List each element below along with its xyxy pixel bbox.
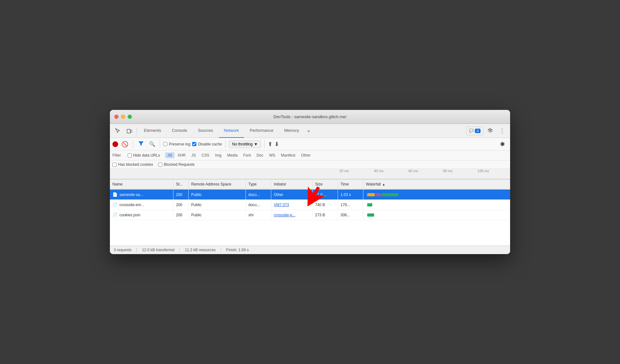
document-icon: 📄 bbox=[112, 212, 118, 217]
filter-label: Filter bbox=[112, 153, 125, 158]
record-button[interactable] bbox=[112, 141, 118, 147]
resources-size: 11.2 kB resources bbox=[185, 248, 216, 252]
tab-elements[interactable]: Elements bbox=[139, 124, 166, 138]
td-type-3: xhr bbox=[246, 210, 271, 220]
has-blocked-cookies-label[interactable]: Has blocked cookies bbox=[112, 162, 153, 167]
filter-type-media[interactable]: Media bbox=[225, 152, 240, 158]
waterfall-bar-green-3 bbox=[367, 213, 374, 217]
throttling-dropdown[interactable]: No throttling ▼ bbox=[229, 140, 261, 148]
th-waterfall[interactable]: Waterfall ▲ bbox=[363, 179, 510, 189]
main-toolbar: Elements Console Sources Network Perform… bbox=[110, 124, 510, 138]
upload-icon[interactable]: ⬆ bbox=[268, 141, 273, 148]
preserve-log-checkbox[interactable] bbox=[163, 142, 167, 146]
th-remote[interactable]: Remote Address Space bbox=[189, 179, 246, 189]
filter-button[interactable] bbox=[136, 140, 146, 148]
disable-cache-checkbox[interactable] bbox=[192, 142, 196, 146]
toolbar-divider-3 bbox=[160, 140, 160, 148]
td-name-3: 📄 cookies.json bbox=[110, 210, 173, 220]
timeline-graph-area bbox=[110, 179, 510, 179]
minimize-button[interactable] bbox=[121, 115, 125, 119]
td-name-2: 📄 crosssite-em... bbox=[110, 200, 173, 210]
tab-memory[interactable]: Memory bbox=[279, 124, 304, 138]
filter-type-js[interactable]: JS bbox=[189, 152, 198, 158]
filter-type-xhr[interactable]: XHR bbox=[175, 152, 188, 158]
more-options-button[interactable]: ⋮ bbox=[497, 125, 508, 136]
timeline-marker-60ms: 60 ms bbox=[408, 169, 418, 173]
td-waterfall-1 bbox=[363, 190, 510, 199]
blocked-requests-checkbox[interactable] bbox=[158, 163, 162, 167]
th-name[interactable]: Name bbox=[110, 179, 173, 189]
svg-marker-2 bbox=[299, 184, 327, 211]
td-time-3: 306... bbox=[338, 210, 363, 220]
timeline-marker-40ms: 40 ms bbox=[374, 169, 383, 173]
td-waterfall-3 bbox=[363, 210, 510, 220]
document-icon: 📄 bbox=[112, 202, 118, 207]
clear-button[interactable]: 🚫 bbox=[120, 139, 130, 149]
waterfall-bar-orange bbox=[367, 193, 375, 196]
toolbar-divider-5 bbox=[264, 140, 265, 148]
tab-network[interactable]: Network bbox=[219, 124, 244, 138]
preserve-log-label[interactable]: Preserve log bbox=[163, 142, 190, 146]
blocked-filters-bar: Has blocked cookies Blocked Requests bbox=[110, 160, 510, 169]
hide-data-urls-checkbox[interactable] bbox=[128, 153, 132, 158]
blocked-requests-label[interactable]: Blocked Requests bbox=[158, 162, 195, 167]
disable-cache-label[interactable]: Disable cache bbox=[192, 142, 222, 146]
th-time[interactable]: Time bbox=[338, 179, 363, 189]
tab-performance[interactable]: Performance bbox=[245, 124, 278, 138]
status-divider-3 bbox=[221, 248, 221, 252]
finish-time: Finish: 1.69 s bbox=[226, 248, 249, 252]
timeline-marker-100ms: 100 ms bbox=[478, 169, 489, 173]
td-status-1: 200 bbox=[173, 190, 189, 199]
inspect-element-button[interactable] bbox=[112, 126, 123, 136]
status-bar: 3 requests 12.0 kB transferred 11.2 kB r… bbox=[110, 246, 510, 254]
toolbar-divider-2 bbox=[133, 140, 133, 148]
initiator-link-3[interactable]: crosssite-e... bbox=[274, 213, 295, 217]
filter-type-bar: Filter Hide data URLs All XHR JS CSS Img… bbox=[110, 151, 510, 160]
filter-type-all[interactable]: All bbox=[165, 152, 174, 158]
status-divider-1 bbox=[137, 248, 137, 252]
tab-sources[interactable]: Sources bbox=[193, 124, 218, 138]
has-blocked-cookies-checkbox[interactable] bbox=[112, 163, 117, 167]
filter-type-font[interactable]: Font bbox=[241, 152, 253, 158]
th-type[interactable]: Type bbox=[246, 179, 271, 189]
initiator-link-2[interactable]: VM7:373 bbox=[274, 203, 289, 207]
tab-console[interactable]: Console bbox=[167, 124, 192, 138]
filter-type-css[interactable]: CSS bbox=[199, 152, 212, 158]
filter-type-ws[interactable]: WS bbox=[266, 152, 278, 158]
window-title: DevTools - samesite-sandbox.glitch.me/ bbox=[273, 114, 347, 119]
td-name-1: 📄 samesite-sa... bbox=[110, 190, 173, 199]
close-button[interactable] bbox=[114, 115, 118, 119]
timeline-marker-20ms: 20 ms bbox=[339, 169, 349, 173]
filter-type-manifest[interactable]: Manifest bbox=[279, 152, 298, 158]
timeline-marker-80ms: 80 ms bbox=[443, 169, 453, 173]
toolbar-divider-4 bbox=[225, 140, 226, 148]
waterfall-bars-2 bbox=[366, 203, 375, 207]
waterfall-bars-1 bbox=[366, 192, 400, 197]
device-toolbar-button[interactable] bbox=[124, 126, 135, 136]
timeline-header: 20 ms 40 ms 60 ms 80 ms 100 ms bbox=[110, 169, 510, 179]
download-icon[interactable]: ⬇ bbox=[274, 141, 279, 148]
transferred-size: 12.0 kB transferred bbox=[142, 248, 174, 252]
td-waterfall-2 bbox=[363, 200, 510, 210]
more-tabs-button[interactable]: » bbox=[305, 126, 313, 135]
search-button[interactable]: 🔍 bbox=[148, 140, 157, 148]
filter-type-img[interactable]: Img bbox=[212, 152, 224, 158]
filter-type-doc[interactable]: Doc bbox=[254, 152, 266, 158]
hide-data-urls-label[interactable]: Hide data URLs bbox=[128, 153, 160, 158]
network-settings-button[interactable] bbox=[497, 140, 508, 149]
sort-ascending-icon: ▲ bbox=[382, 183, 385, 186]
titlebar: DevTools - samesite-sandbox.glitch.me/ bbox=[110, 110, 510, 124]
waterfall-bars-3 bbox=[366, 213, 374, 217]
waterfall-bar-purple bbox=[375, 193, 381, 196]
th-status[interactable]: St... bbox=[173, 179, 189, 189]
svg-rect-0 bbox=[127, 129, 130, 133]
timeline-section: 20 ms 40 ms 60 ms 80 ms 100 ms bbox=[110, 169, 510, 179]
filter-type-other[interactable]: Other bbox=[299, 152, 313, 158]
message-badge[interactable]: 💬 4 bbox=[466, 126, 483, 135]
maximize-button[interactable] bbox=[128, 115, 132, 119]
toolbar-divider-1 bbox=[137, 127, 137, 135]
waterfall-bar-green bbox=[382, 193, 398, 196]
td-status-3: 200 bbox=[173, 210, 189, 220]
settings-button[interactable] bbox=[485, 126, 495, 136]
window-controls bbox=[114, 115, 132, 119]
